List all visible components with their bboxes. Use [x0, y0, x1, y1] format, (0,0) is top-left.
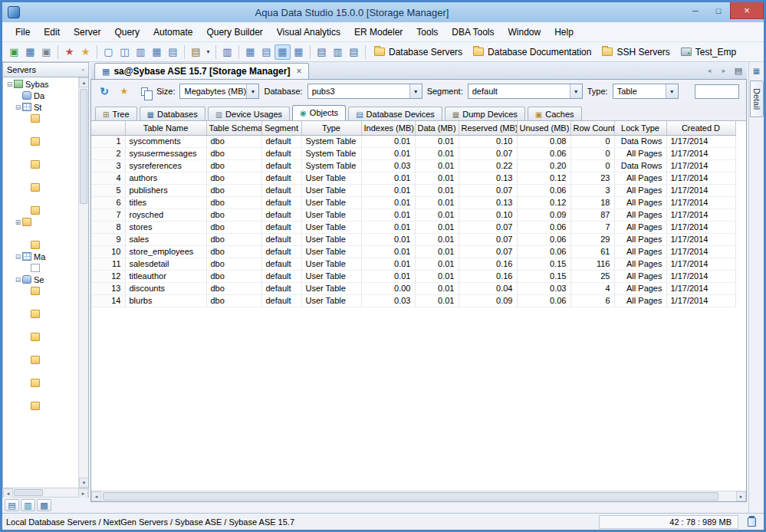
shortcut-test-emp[interactable]: Test_Emp: [676, 47, 741, 57]
tree-item[interactable]: [3, 159, 88, 170]
table-name-cell[interactable]: sales: [125, 233, 206, 245]
tab-caches[interactable]: ▣Caches: [528, 107, 582, 120]
table-schema-cell[interactable]: dbo: [206, 172, 261, 184]
created-date-cell[interactable]: 1/17/2014: [666, 159, 735, 172]
type-cell[interactable]: User Table: [301, 245, 361, 258]
row-number-cell[interactable]: 9: [91, 233, 125, 245]
reserved-mb-cell[interactable]: 0.07: [459, 233, 517, 245]
table-schema-cell[interactable]: dbo: [206, 221, 261, 233]
list-view-icon[interactable]: ▥: [330, 44, 346, 60]
column-header[interactable]: Table Name: [125, 121, 206, 135]
scrollbar-track[interactable]: [101, 491, 736, 501]
data-mb-cell[interactable]: 0.01: [415, 245, 459, 258]
reserved-mb-cell[interactable]: 0.07: [459, 184, 517, 196]
segment-select[interactable]: default ▼: [468, 84, 583, 99]
data-mb-cell[interactable]: 0.01: [415, 159, 459, 172]
tree-item[interactable]: ⊟ Ma: [3, 251, 88, 262]
type-cell[interactable]: User Table: [301, 282, 361, 294]
type-cell[interactable]: User Table: [301, 184, 361, 196]
lock-type-cell[interactable]: All Pages: [614, 147, 666, 159]
split-window-icon[interactable]: ◫: [117, 44, 133, 60]
tree-item[interactable]: [3, 297, 88, 308]
menu-item[interactable]: DBA Tools: [445, 24, 501, 41]
column-header[interactable]: Segment: [261, 121, 301, 135]
type-select[interactable]: Table ▼: [613, 84, 679, 99]
table-row[interactable]: 13 discounts dbo default User Table 0.00…: [91, 282, 735, 294]
tab-database-devices[interactable]: ▤Database Devices: [348, 107, 442, 120]
reserved-mb-cell[interactable]: 0.13: [459, 196, 517, 209]
lock-type-cell[interactable]: Data Rows: [614, 159, 666, 172]
reserved-mb-cell[interactable]: 0.10: [459, 135, 517, 147]
data-mb-cell[interactable]: 0.01: [415, 233, 459, 245]
new-window-icon[interactable]: ▢: [100, 44, 117, 60]
table-name-cell[interactable]: store_employees: [125, 245, 206, 258]
unused-mb-cell[interactable]: 0.12: [517, 172, 570, 184]
tree-item[interactable]: [3, 377, 88, 389]
row-count-cell[interactable]: 87: [570, 209, 614, 221]
created-date-cell[interactable]: 1/17/2014: [666, 172, 735, 184]
unused-mb-cell[interactable]: 0.15: [517, 270, 570, 282]
data-mb-cell[interactable]: 0.01: [415, 196, 459, 209]
segment-cell[interactable]: default: [261, 233, 301, 245]
size-select[interactable]: Megabytes (MB) ▼: [179, 84, 259, 99]
table-row[interactable]: 11 salesdetail dbo default User Table 0.…: [91, 258, 735, 270]
indexes-mb-cell[interactable]: 0.01: [361, 196, 415, 209]
tree-item[interactable]: [3, 308, 88, 320]
unused-mb-cell[interactable]: 0.09: [517, 209, 570, 221]
table-row[interactable]: 1 syscomments dbo default System Table 0…: [91, 135, 735, 147]
row-number-cell[interactable]: 7: [91, 209, 125, 221]
table-schema-cell[interactable]: dbo: [206, 184, 261, 196]
column-header[interactable]: Table Schema: [206, 121, 261, 135]
data-mb-cell[interactable]: 0.01: [415, 221, 459, 233]
table-row[interactable]: 2 sysusermessages dbo default System Tab…: [91, 147, 735, 159]
lock-type-cell[interactable]: All Pages: [614, 172, 666, 184]
table-schema-cell[interactable]: dbo: [206, 159, 261, 172]
row-count-cell[interactable]: 6: [570, 294, 614, 307]
lock-type-cell[interactable]: All Pages: [614, 294, 666, 307]
table-name-cell[interactable]: blurbs: [125, 294, 206, 307]
indexes-mb-cell[interactable]: 0.01: [361, 233, 415, 245]
segment-cell[interactable]: default: [261, 245, 301, 258]
type-cell[interactable]: System Table: [301, 147, 361, 159]
menu-item[interactable]: File: [8, 24, 37, 41]
indexes-mb-cell[interactable]: 0.01: [361, 258, 415, 270]
unused-mb-cell[interactable]: 0.20: [517, 159, 570, 172]
row-count-cell[interactable]: 3: [570, 184, 614, 196]
table-name-cell[interactable]: authors: [125, 172, 206, 184]
tab-tree[interactable]: ⊞Tree: [95, 107, 137, 120]
table-schema-cell[interactable]: dbo: [206, 209, 261, 221]
data-mb-cell[interactable]: 0.01: [415, 184, 459, 196]
row-number-cell[interactable]: 8: [91, 221, 125, 233]
indexes-mb-cell[interactable]: 0.01: [361, 270, 415, 282]
row-number-cell[interactable]: 14: [91, 294, 125, 307]
document-tab[interactable]: ▦ sa@Sybase ASE 15.7 [Storage Manager] ×: [94, 63, 309, 79]
maximize-button[interactable]: □: [707, 2, 730, 19]
table-name-cell[interactable]: titles: [125, 196, 206, 209]
tree-item[interactable]: Da: [3, 90, 88, 101]
details-view-icon[interactable]: ▤: [346, 44, 362, 60]
row-number-cell[interactable]: 6: [91, 196, 125, 209]
query-analyzer-icon[interactable]: ▥: [219, 44, 235, 60]
tree-expander-icon[interactable]: ⊟: [5, 80, 14, 88]
type-cell[interactable]: User Table: [301, 172, 361, 184]
created-date-cell[interactable]: 1/17/2014: [666, 294, 735, 307]
reserved-mb-cell[interactable]: 0.22: [459, 159, 517, 172]
lock-type-cell[interactable]: All Pages: [614, 245, 666, 258]
tab-databases[interactable]: ▦Databases: [140, 107, 205, 120]
table-name-cell[interactable]: roysched: [125, 209, 206, 221]
tree-item[interactable]: ⊞: [3, 216, 88, 228]
data-mb-cell[interactable]: 0.01: [415, 282, 459, 294]
data-mb-cell[interactable]: 0.01: [415, 270, 459, 282]
table-row[interactable]: 4 authors dbo default User Table 0.01 0.…: [91, 172, 735, 184]
shortcut-database-documentation[interactable]: Database Documentation: [468, 47, 597, 57]
tree-item[interactable]: ⊟ St: [3, 101, 88, 113]
pivot-grid-icon[interactable]: ▦: [291, 44, 307, 60]
data-mb-cell[interactable]: 0.01: [415, 135, 459, 147]
menu-item[interactable]: Query: [107, 24, 146, 41]
indexes-mb-cell[interactable]: 0.03: [361, 159, 415, 172]
row-number-cell[interactable]: 4: [91, 172, 125, 184]
files-panel-icon[interactable]: ▥: [21, 499, 35, 511]
created-date-cell[interactable]: 1/17/2014: [666, 245, 735, 258]
tree-item[interactable]: [3, 366, 88, 377]
reserved-mb-cell[interactable]: 0.04: [459, 282, 517, 294]
